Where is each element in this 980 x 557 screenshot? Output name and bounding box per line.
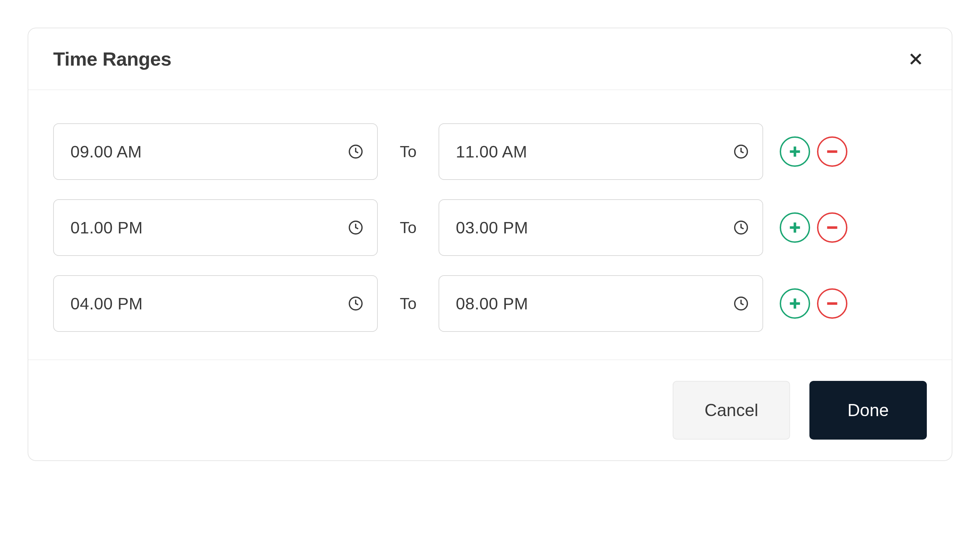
time-to-wrapper (438, 199, 763, 256)
to-label: To (394, 294, 422, 313)
add-range-button[interactable] (780, 137, 810, 167)
minus-icon (825, 220, 840, 235)
time-to-input[interactable] (438, 123, 763, 180)
minus-icon (825, 296, 840, 311)
time-from-input[interactable] (53, 275, 378, 332)
row-actions (780, 212, 847, 243)
time-range-row: To (53, 275, 927, 332)
plus-icon (787, 144, 803, 159)
time-range-row: To (53, 123, 927, 180)
time-from-wrapper (53, 199, 378, 256)
done-button[interactable]: Done (809, 381, 927, 440)
row-actions (780, 288, 847, 319)
close-button[interactable] (905, 48, 927, 70)
remove-range-button[interactable] (817, 288, 847, 319)
remove-range-button[interactable] (817, 137, 847, 167)
time-to-input[interactable] (438, 199, 763, 256)
plus-icon (787, 296, 803, 311)
time-ranges-modal: Time Ranges To (28, 28, 952, 461)
time-to-wrapper (438, 275, 763, 332)
time-to-wrapper (438, 123, 763, 180)
time-to-input[interactable] (438, 275, 763, 332)
minus-icon (825, 144, 840, 159)
time-from-input[interactable] (53, 123, 378, 180)
time-range-row: To (53, 199, 927, 256)
modal-header: Time Ranges (28, 28, 952, 90)
close-icon (907, 51, 924, 67)
remove-range-button[interactable] (817, 212, 847, 243)
modal-footer: Cancel Done (28, 360, 952, 460)
time-from-input[interactable] (53, 199, 378, 256)
add-range-button[interactable] (780, 288, 810, 319)
to-label: To (394, 218, 422, 237)
time-from-wrapper (53, 275, 378, 332)
to-label: To (394, 142, 422, 161)
cancel-button[interactable]: Cancel (673, 381, 790, 440)
row-actions (780, 137, 847, 167)
time-from-wrapper (53, 123, 378, 180)
modal-title: Time Ranges (53, 48, 171, 70)
modal-body: To (28, 90, 952, 360)
plus-icon (787, 220, 803, 235)
add-range-button[interactable] (780, 212, 810, 243)
